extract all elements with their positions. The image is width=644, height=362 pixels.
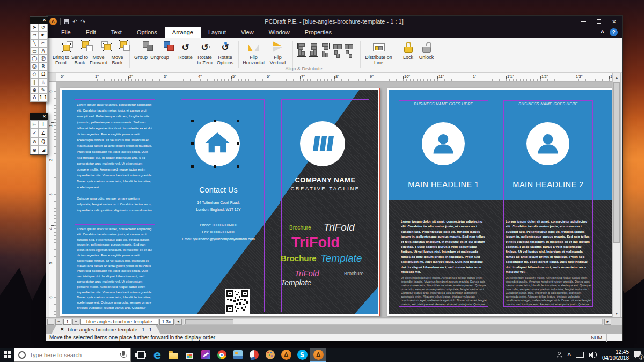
photos-icon[interactable] bbox=[230, 348, 246, 362]
flip-vertical-button[interactable]: Flip Vertical bbox=[266, 40, 290, 66]
contact-block[interactable]: Contact Us 14 Tottenham Court Road, Lond… bbox=[172, 186, 265, 242]
rotate-to-zero-button[interactable]: ↺ Rotate to Zero bbox=[195, 40, 215, 66]
align-top-icon[interactable] bbox=[297, 50, 306, 57]
line-tool-icon[interactable]: ╲ bbox=[30, 39, 39, 47]
search-input[interactable] bbox=[30, 352, 115, 358]
skype-icon[interactable]: S bbox=[294, 348, 310, 362]
pan-tool-icon[interactable]: ☛ bbox=[39, 32, 47, 40]
person-badge[interactable] bbox=[422, 122, 465, 165]
move-forward-button[interactable]: Move Forward bbox=[90, 40, 108, 66]
zoom-tool-icon[interactable]: Q bbox=[39, 137, 47, 146]
rounded-rect-tool-icon[interactable]: Ⓓ bbox=[30, 63, 39, 71]
bring-to-front-button[interactable]: Bring to Front bbox=[52, 40, 70, 66]
select-tool-icon[interactable]: ➤ bbox=[30, 24, 39, 32]
send-to-back-button[interactable]: Send to Back bbox=[71, 40, 89, 66]
microsoft-store-icon[interactable] bbox=[181, 348, 197, 362]
main-headline-1[interactable]: MAIN HEADLINE 1 bbox=[391, 180, 496, 189]
maximize-button[interactable] bbox=[591, 16, 606, 27]
lock-button[interactable]: Lock bbox=[400, 40, 416, 60]
shear-tool-icon[interactable]: ▱ bbox=[30, 32, 39, 40]
network-icon[interactable] bbox=[576, 351, 584, 358]
cover-word[interactable]: Template bbox=[281, 278, 311, 287]
vertical-scroll-thumb[interactable] bbox=[613, 82, 620, 243]
align-stack-horizontal-icon[interactable] bbox=[333, 43, 341, 49]
menu-tab-options[interactable]: Options bbox=[129, 27, 165, 38]
zoom-actual-tool-icon[interactable]: 1:1 bbox=[39, 94, 47, 102]
qr-code[interactable] bbox=[225, 289, 250, 314]
rotate-options-button[interactable]: ↺ Rotate Options bbox=[215, 40, 236, 66]
text-cursor-tool-icon[interactable]: I bbox=[39, 120, 47, 129]
edge-icon[interactable]: e bbox=[149, 348, 165, 362]
file-explorer-icon[interactable] bbox=[165, 348, 181, 362]
move-back-button[interactable]: Move Back bbox=[108, 40, 127, 66]
business-name[interactable]: BUSINESS NAME GOES HERE bbox=[496, 102, 601, 106]
check-tool-icon[interactable]: ✓ bbox=[30, 129, 39, 137]
company-logo-badge[interactable] bbox=[300, 121, 345, 166]
close-icon[interactable]: ✕ bbox=[42, 115, 46, 119]
pcdraft-icon[interactable] bbox=[310, 348, 326, 362]
taskbar-clock[interactable]: 12:45 04/10/2018 bbox=[602, 349, 629, 361]
redo-icon[interactable]: ↷ bbox=[80, 19, 85, 25]
menu-tab-arrange[interactable]: Arrange bbox=[165, 27, 201, 38]
minimize-button[interactable] bbox=[575, 16, 591, 27]
cover-word[interactable]: Brochure bbox=[289, 225, 311, 231]
horizontal-scrollbar[interactable] bbox=[184, 319, 603, 325]
rotate-button[interactable]: ↺ Rotate bbox=[177, 40, 195, 60]
volume-icon[interactable] bbox=[589, 351, 597, 359]
unlock-button[interactable]: Unlock bbox=[417, 40, 436, 60]
horizontal-scroll-thumb[interactable] bbox=[185, 319, 233, 324]
canvas[interactable]: Lorem ipsum dolor sit amet, consectetur … bbox=[56, 82, 612, 317]
main-headline-2[interactable]: MAIN HEADLINE 2 bbox=[496, 180, 601, 189]
paragraph-text-tool-icon[interactable]: Ⓟ bbox=[39, 55, 47, 63]
close-icon[interactable]: ✕ bbox=[42, 18, 46, 23]
scroll-left-icon[interactable]: ◂ bbox=[175, 319, 182, 325]
align-stack-vertical-icon[interactable] bbox=[333, 50, 341, 57]
start-button[interactable] bbox=[0, 348, 14, 362]
company-name-block[interactable]: COMPANY NAME CREATIVE TAGLINE bbox=[280, 176, 371, 191]
task-view-icon[interactable] bbox=[133, 348, 149, 362]
menu-tab-layout[interactable]: Layout bbox=[201, 27, 233, 38]
parallel-line-tool-icon[interactable]: ∥ bbox=[30, 78, 39, 86]
help-icon[interactable]: ? bbox=[610, 28, 618, 36]
text-tool-icon[interactable]: A bbox=[39, 47, 47, 55]
flip-horizontal-button[interactable]: Flip Horizontal bbox=[242, 40, 266, 66]
paint-3d-icon[interactable] bbox=[197, 348, 214, 362]
house-badge[interactable] bbox=[195, 121, 240, 166]
maps-icon[interactable] bbox=[246, 348, 262, 362]
rotate-tool-icon[interactable]: ↺ bbox=[39, 24, 47, 32]
brochure-page-2[interactable]: BUSINESS NAME GOES HERE MAIN HEADLINE 1 … bbox=[387, 88, 612, 316]
close-tab-icon[interactable]: ✕ bbox=[60, 327, 64, 332]
menu-tab-window[interactable]: Window bbox=[261, 27, 297, 38]
menu-tab-edit[interactable]: Edit bbox=[78, 27, 104, 38]
body-text-frame[interactable]: Lorem ipsum dolor sit amet, consectetur … bbox=[401, 219, 487, 306]
chrome-icon[interactable] bbox=[214, 348, 230, 362]
business-name[interactable]: BUSINESS NAME GOES HERE bbox=[391, 102, 496, 106]
polygon-tool-icon[interactable]: ◇ bbox=[30, 71, 39, 79]
align-center-horizontal-icon[interactable] bbox=[309, 43, 318, 49]
palette-title-bar[interactable]: ✕ bbox=[30, 17, 48, 24]
menu-tab-properties[interactable]: Properties bbox=[297, 27, 339, 38]
no-fill-tool-icon[interactable]: ⊘ bbox=[30, 137, 39, 146]
app-logo-icon[interactable]: ∆ bbox=[49, 18, 57, 25]
group-button[interactable]: Group bbox=[133, 40, 149, 60]
palette-title-bar[interactable]: ✕ bbox=[30, 113, 48, 120]
scroll-down-icon[interactable]: ▾ bbox=[613, 309, 620, 317]
scroll-right-icon[interactable]: ▸ bbox=[604, 319, 611, 325]
cover-word[interactable]: TriFold bbox=[291, 234, 340, 251]
action-center-icon[interactable]: 1 bbox=[634, 351, 642, 358]
menu-tab-view[interactable]: View bbox=[233, 27, 261, 38]
angle-tool-icon[interactable]: ∠ bbox=[39, 129, 47, 137]
zoom-level[interactable]: 1.3x bbox=[159, 319, 174, 325]
tray-chevron-up-icon[interactable]: ^ bbox=[568, 352, 571, 358]
next-page-button[interactable]: − bbox=[72, 319, 79, 325]
menu-tab-text[interactable]: Text bbox=[104, 27, 129, 38]
body-text-frame[interactable]: Lorem ipsum dolor sit amet, consectetur … bbox=[506, 219, 591, 306]
ellipse-tool-icon[interactable]: ◯ bbox=[30, 55, 39, 63]
page-template-tab[interactable]: blue-angles-brochure-template bbox=[80, 319, 158, 325]
align-spread-horizontal-icon[interactable] bbox=[345, 43, 353, 49]
crosshair-tool-icon[interactable]: ⊕ bbox=[30, 146, 39, 154]
collapse-ribbon-icon[interactable]: ^ bbox=[601, 29, 604, 36]
person-badge[interactable] bbox=[526, 122, 569, 165]
body-text-frame[interactable]: Lorem ipsum dolor sit amet, consectetur … bbox=[77, 226, 153, 311]
cover-word[interactable]: Template bbox=[320, 253, 362, 264]
